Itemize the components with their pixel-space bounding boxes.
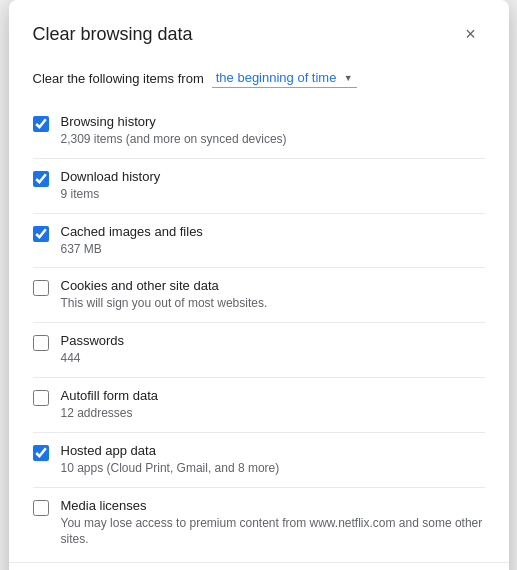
item-desc-download-history: 9 items [61, 186, 161, 203]
item-desc-passwords: 444 [61, 350, 125, 367]
checkbox-wrapper-browsing-history [33, 116, 49, 136]
checkbox-item-cached-images[interactable]: Cached images and files637 MB [33, 214, 485, 269]
item-text-cached-images: Cached images and files637 MB [61, 224, 203, 258]
checkbox-cached-images[interactable] [33, 226, 49, 242]
item-desc-browsing-history: 2,309 items (and more on synced devices) [61, 131, 287, 148]
item-desc-media-licenses: You may lose access to premium content f… [61, 515, 485, 549]
checkbox-media-licenses[interactable] [33, 500, 49, 516]
checkbox-passwords[interactable] [33, 335, 49, 351]
time-row-label: Clear the following items from [33, 71, 204, 86]
close-button[interactable]: × [457, 20, 485, 48]
checkbox-item-browsing-history[interactable]: Browsing history2,309 items (and more on… [33, 104, 485, 159]
item-text-passwords: Passwords444 [61, 333, 125, 367]
checkbox-item-autofill[interactable]: Autofill form data12 addresses [33, 378, 485, 433]
clear-browsing-data-dialog: Clear browsing data × Clear the followin… [9, 0, 509, 570]
item-desc-cached-images: 637 MB [61, 241, 203, 258]
item-text-media-licenses: Media licensesYou may lose access to pre… [61, 498, 485, 549]
time-row: Clear the following items from the begin… [33, 68, 485, 88]
time-select-wrapper[interactable]: the beginning of time the past hour the … [212, 68, 357, 88]
item-label-cookies: Cookies and other site data [61, 278, 268, 293]
time-select[interactable]: the beginning of time the past hour the … [212, 68, 357, 88]
dialog-title: Clear browsing data [33, 24, 193, 45]
checkbox-wrapper-download-history [33, 171, 49, 191]
checkbox-cookies[interactable] [33, 280, 49, 296]
item-label-browsing-history: Browsing history [61, 114, 287, 129]
item-desc-hosted-app-data: 10 apps (Cloud Print, Gmail, and 8 more) [61, 460, 280, 477]
dialog-footer: CANCEL CLEAR BROWSING DATA [9, 562, 509, 570]
checkbox-wrapper-hosted-app-data [33, 445, 49, 465]
item-label-hosted-app-data: Hosted app data [61, 443, 280, 458]
checkbox-wrapper-autofill [33, 390, 49, 410]
item-label-autofill: Autofill form data [61, 388, 159, 403]
checkbox-item-hosted-app-data[interactable]: Hosted app data10 apps (Cloud Print, Gma… [33, 433, 485, 488]
item-label-passwords: Passwords [61, 333, 125, 348]
item-text-hosted-app-data: Hosted app data10 apps (Cloud Print, Gma… [61, 443, 280, 477]
item-text-download-history: Download history9 items [61, 169, 161, 203]
checkbox-wrapper-cached-images [33, 226, 49, 246]
item-desc-autofill: 12 addresses [61, 405, 159, 422]
checkbox-download-history[interactable] [33, 171, 49, 187]
dialog-header: Clear browsing data × [9, 0, 509, 60]
item-label-download-history: Download history [61, 169, 161, 184]
checkbox-item-download-history[interactable]: Download history9 items [33, 159, 485, 214]
checkbox-hosted-app-data[interactable] [33, 445, 49, 461]
item-text-browsing-history: Browsing history2,309 items (and more on… [61, 114, 287, 148]
checkbox-autofill[interactable] [33, 390, 49, 406]
checkbox-wrapper-media-licenses [33, 500, 49, 520]
checkbox-item-passwords[interactable]: Passwords444 [33, 323, 485, 378]
item-desc-cookies: This will sign you out of most websites. [61, 295, 268, 312]
checkbox-item-cookies[interactable]: Cookies and other site dataThis will sig… [33, 268, 485, 323]
item-label-media-licenses: Media licenses [61, 498, 485, 513]
dialog-body: Clear the following items from the begin… [9, 60, 509, 558]
item-label-cached-images: Cached images and files [61, 224, 203, 239]
checkbox-item-media-licenses[interactable]: Media licensesYou may lose access to pre… [33, 488, 485, 559]
checkbox-wrapper-cookies [33, 280, 49, 300]
checkbox-wrapper-passwords [33, 335, 49, 355]
item-text-cookies: Cookies and other site dataThis will sig… [61, 278, 268, 312]
checkbox-list: Browsing history2,309 items (and more on… [33, 104, 485, 558]
checkbox-browsing-history[interactable] [33, 116, 49, 132]
item-text-autofill: Autofill form data12 addresses [61, 388, 159, 422]
